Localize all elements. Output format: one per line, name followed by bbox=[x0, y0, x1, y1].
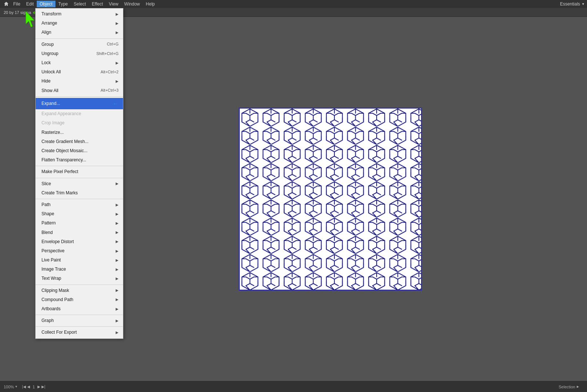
menu-window[interactable]: Window bbox=[121, 1, 143, 7]
menu-item-perspective[interactable]: Perspective ▶ bbox=[36, 246, 123, 256]
menu-object[interactable]: Object bbox=[37, 1, 55, 7]
text-wrap-arrow-icon: ▶ bbox=[116, 276, 119, 282]
menu-item-envelope-distort[interactable]: Envelope Distort ▶ bbox=[36, 237, 123, 246]
lock-label: Lock bbox=[41, 59, 51, 66]
expand-appearance-label: Expand Appearance bbox=[41, 110, 81, 117]
prev-page-button[interactable]: ◀ bbox=[27, 385, 30, 389]
separator-6 bbox=[36, 285, 123, 285]
shape-arrow-icon: ▶ bbox=[116, 211, 119, 217]
menu-item-align[interactable]: Align ▶ bbox=[36, 28, 123, 37]
separator-1 bbox=[36, 39, 123, 39]
menu-item-graph[interactable]: Graph ▶ bbox=[36, 316, 123, 325]
menu-item-expand-appearance[interactable]: Expand Appearance bbox=[36, 109, 123, 118]
svg-rect-25 bbox=[239, 108, 421, 290]
graph-arrow-icon: ▶ bbox=[116, 318, 119, 324]
separator-3 bbox=[36, 166, 123, 166]
home-icon[interactable] bbox=[2, 0, 10, 8]
live-paint-label: Live Paint bbox=[41, 257, 61, 264]
menu-item-slice[interactable]: Slice ▶ bbox=[36, 179, 123, 188]
menu-edit[interactable]: Edit bbox=[23, 1, 37, 7]
zoom-control[interactable]: 100% ▼ bbox=[4, 385, 18, 389]
artwork-canvas bbox=[239, 107, 422, 291]
collect-for-export-label: Collect For Export bbox=[41, 329, 77, 336]
hide-arrow-icon: ▶ bbox=[116, 78, 119, 84]
menu-select[interactable]: Select bbox=[71, 1, 89, 7]
menu-view[interactable]: View bbox=[106, 1, 122, 7]
perspective-arrow-icon: ▶ bbox=[116, 248, 119, 254]
menu-item-crop-image[interactable]: Crop Image bbox=[36, 118, 123, 128]
menu-item-expand[interactable]: Expand... ← bbox=[36, 98, 123, 110]
last-page-button[interactable]: ▶| bbox=[41, 385, 46, 389]
next-page-button[interactable]: ▶ bbox=[37, 385, 40, 389]
menu-item-hide[interactable]: Hide ▶ bbox=[36, 77, 123, 86]
menu-item-text-wrap[interactable]: Text Wrap ▶ bbox=[36, 274, 123, 283]
zoom-dropdown-icon[interactable]: ▼ bbox=[15, 385, 18, 388]
menu-item-artboards[interactable]: Artboards ▶ bbox=[36, 304, 123, 314]
create-gradient-mesh-label: Create Gradient Mesh... bbox=[41, 138, 88, 145]
create-trim-marks-label: Create Trim Marks bbox=[41, 190, 78, 197]
tool-name: Selection bbox=[559, 385, 575, 389]
menu-item-unlock-all[interactable]: Unlock All Alt+Ctrl+2 bbox=[36, 67, 123, 77]
ungroup-shortcut: Shift+Ctrl+G bbox=[96, 51, 119, 57]
menu-help[interactable]: Help bbox=[143, 1, 158, 7]
menu-item-blend[interactable]: Blend ▶ bbox=[36, 228, 123, 237]
create-object-mosaic-label: Create Object Mosaic... bbox=[41, 147, 87, 154]
menu-item-create-trim-marks[interactable]: Create Trim Marks bbox=[36, 188, 123, 198]
align-label: Align bbox=[41, 29, 51, 36]
arrange-arrow-icon: ▶ bbox=[116, 21, 119, 26]
transform-label: Transform bbox=[41, 11, 61, 18]
unlock-all-shortcut: Alt+Ctrl+2 bbox=[101, 69, 119, 76]
shape-label: Shape bbox=[41, 210, 54, 217]
blend-arrow-icon: ▶ bbox=[116, 230, 119, 235]
menu-item-compound-path[interactable]: Compound Path ▶ bbox=[36, 295, 123, 304]
artboards-label: Artboards bbox=[41, 305, 61, 312]
menu-item-rasterize[interactable]: Rasterize... bbox=[36, 128, 123, 137]
menu-effect[interactable]: Effect bbox=[89, 1, 106, 7]
transform-arrow-icon: ▶ bbox=[116, 11, 119, 17]
show-all-label: Show All bbox=[41, 87, 58, 94]
menu-item-show-all[interactable]: Show All Alt+Ctrl+3 bbox=[36, 86, 123, 95]
compound-path-label: Compound Path bbox=[41, 296, 73, 303]
menu-bar: File Edit Object Type Select Effect View… bbox=[0, 0, 587, 8]
make-pixel-perfect-label: Make Pixel Perfect bbox=[41, 168, 78, 175]
pattern-label: Pattern bbox=[41, 220, 56, 227]
unlock-all-label: Unlock All bbox=[41, 69, 61, 76]
separator-7 bbox=[36, 315, 123, 315]
menu-item-clipping-mask[interactable]: Clipping Mask ▶ bbox=[36, 286, 123, 295]
separator-8 bbox=[36, 326, 123, 327]
envelope-distort-label: Envelope Distort bbox=[41, 238, 74, 245]
object-dropdown-menu: Transform ▶ Arrange ▶ Align ▶ Group Ctrl… bbox=[35, 8, 123, 339]
clipping-mask-label: Clipping Mask bbox=[41, 287, 69, 294]
essentials-dropdown-icon[interactable]: ▼ bbox=[581, 2, 585, 6]
zoom-value: 100% bbox=[4, 385, 14, 389]
menu-item-collect-for-export[interactable]: Collect For Export ▶ bbox=[36, 328, 123, 337]
first-page-button[interactable]: |◀ bbox=[22, 385, 26, 389]
menu-item-transform[interactable]: Transform ▶ bbox=[36, 10, 123, 19]
menu-item-image-trace[interactable]: Image Trace ▶ bbox=[36, 265, 123, 274]
menu-file[interactable]: File bbox=[10, 1, 23, 7]
page-navigation: |◀ ◀ 1 ▶ ▶| bbox=[22, 385, 45, 389]
tool-arrow-icon: ▶ bbox=[577, 385, 579, 388]
menu-item-live-paint[interactable]: Live Paint ▶ bbox=[36, 256, 123, 265]
menu-item-create-gradient-mesh[interactable]: Create Gradient Mesh... bbox=[36, 137, 123, 146]
tool-indicator: Selection ▶ bbox=[559, 385, 579, 389]
menu-item-ungroup[interactable]: Ungroup Shift+Ctrl+G bbox=[36, 49, 123, 58]
menu-item-arrange[interactable]: Arrange ▶ bbox=[36, 19, 123, 28]
rasterize-label: Rasterize... bbox=[41, 129, 64, 136]
image-trace-arrow-icon: ▶ bbox=[116, 267, 119, 272]
hide-label: Hide bbox=[41, 78, 51, 85]
pattern-arrow-icon: ▶ bbox=[116, 220, 119, 226]
menu-item-make-pixel-perfect[interactable]: Make Pixel Perfect bbox=[36, 167, 123, 176]
menu-type[interactable]: Type bbox=[55, 1, 71, 7]
menu-item-create-object-mosaic[interactable]: Create Object Mosaic... bbox=[36, 146, 123, 155]
separator-5 bbox=[36, 199, 123, 199]
menu-item-group[interactable]: Group Ctrl+G bbox=[36, 40, 123, 49]
menu-item-shape[interactable]: Shape ▶ bbox=[36, 209, 123, 219]
menu-item-flatten-transparency[interactable]: Flatten Transparency... bbox=[36, 155, 123, 165]
menu-item-lock[interactable]: Lock ▶ bbox=[36, 58, 123, 67]
menu-item-pattern[interactable]: Pattern ▶ bbox=[36, 219, 123, 228]
ungroup-label: Ungroup bbox=[41, 50, 58, 57]
envelope-distort-arrow-icon: ▶ bbox=[116, 239, 119, 245]
menu-item-path[interactable]: Path ▶ bbox=[36, 200, 123, 209]
separator-2 bbox=[36, 96, 123, 97]
